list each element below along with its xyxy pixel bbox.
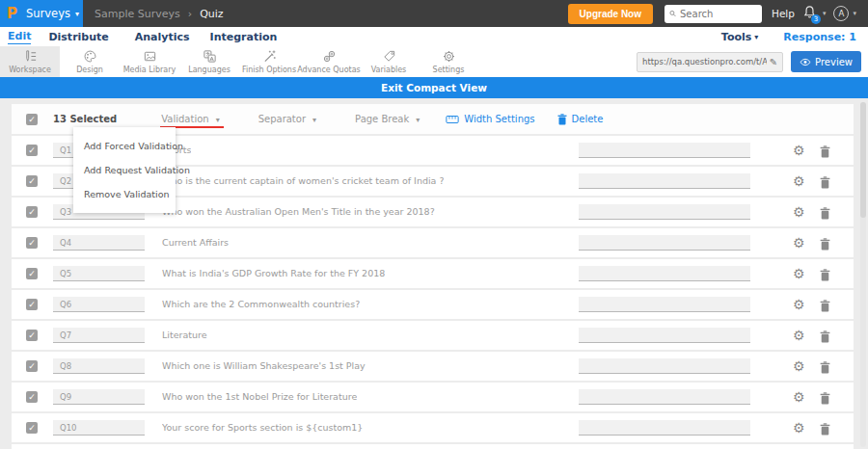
row-delete-trash-icon[interactable] [820, 205, 830, 224]
question-row: ✓ Which are the 2 Commonwealth countries… [12, 290, 854, 319]
chevron-down-icon[interactable]: ▾ [853, 10, 856, 17]
response-count-link[interactable]: Response: 1 [783, 31, 856, 43]
avatar[interactable]: A [833, 6, 849, 21]
tool-tab-design[interactable]: Design [60, 46, 120, 77]
tab-edit[interactable]: Edit [8, 30, 31, 44]
answer-input[interactable] [579, 173, 750, 189]
width-settings-button[interactable]: Width Settings [446, 114, 534, 124]
answer-input[interactable] [579, 389, 750, 405]
notifications-button[interactable]: 3 [802, 5, 819, 22]
question-code-input[interactable] [53, 389, 145, 405]
question-code-input[interactable] [53, 297, 145, 312]
row-checkbox[interactable]: ✓ [26, 175, 38, 187]
row-checkbox[interactable]: ✓ [26, 360, 38, 372]
media-library-icon [143, 49, 157, 64]
tools-menu[interactable]: Tools [721, 31, 751, 43]
toolbar-spacer [478, 46, 637, 77]
question-code-input[interactable] [53, 328, 145, 343]
row-settings-gear-icon[interactable]: ⚙ [793, 172, 805, 191]
row-settings-gear-icon[interactable]: ⚙ [793, 202, 805, 222]
survey-url-input[interactable] [642, 57, 767, 66]
tab-distribute[interactable]: Distribute [48, 31, 108, 43]
row-settings-gear-icon[interactable]: ⚙ [793, 418, 805, 437]
search-input[interactable] [680, 9, 757, 19]
vertical-scrollbar[interactable] [860, 102, 866, 447]
preview-button[interactable]: Preview [791, 51, 861, 72]
row-settings-gear-icon[interactable]: ⚙ [793, 326, 805, 345]
scrollbar-thumb[interactable] [860, 102, 866, 218]
row-delete-trash-icon[interactable] [820, 390, 830, 409]
answer-input[interactable] [579, 204, 750, 220]
tool-tab-workspace[interactable]: Workspace [0, 46, 60, 77]
tab-integration[interactable]: Integration [210, 31, 278, 43]
tool-tab-advance-quotas[interactable]: Advance Quotas [299, 46, 359, 77]
row-settings-gear-icon[interactable]: ⚙ [793, 264, 805, 283]
row-delete-trash-icon[interactable] [820, 174, 830, 193]
question-code-input[interactable] [53, 266, 145, 281]
question-text: Current Affairs [162, 237, 229, 248]
row-delete-trash-icon[interactable] [820, 329, 830, 347]
question-text: Your score for Sports section is ${custo… [162, 422, 363, 433]
tab-analytics[interactable]: Analytics [135, 31, 190, 43]
row-checkbox[interactable]: ✓ [26, 237, 38, 249]
tool-tab-finish-options[interactable]: Finish Options [239, 46, 299, 77]
row-checkbox[interactable]: ✓ [26, 422, 38, 434]
menu-item-add-forced-validation[interactable]: Add Forced Validation [73, 134, 176, 158]
workspace-icon [23, 49, 38, 64]
tool-tab-media-library[interactable]: Media Library [120, 46, 179, 77]
row-checkbox[interactable]: ✓ [26, 391, 38, 403]
breadcrumb-parent[interactable]: Sample Surveys [95, 8, 180, 20]
tool-tab-variables[interactable]: Variables [359, 46, 419, 77]
search-box[interactable] [665, 5, 762, 23]
page-break-dropdown[interactable]: Page Break▾ [355, 114, 420, 124]
row-checkbox[interactable]: ✓ [26, 145, 38, 156]
menu-item-remove-validation[interactable]: Remove Validation [73, 182, 176, 206]
row-delete-trash-icon[interactable] [820, 421, 830, 439]
menu-item-add-request-validation[interactable]: Add Request Validation [73, 158, 176, 182]
tool-tab-languages[interactable]: Languages [179, 46, 239, 77]
tool-tab-settings[interactable]: Settings [419, 46, 478, 77]
help-link[interactable]: Help [772, 8, 795, 19]
row-checkbox[interactable]: ✓ [26, 330, 38, 341]
separator-dropdown[interactable]: Separator▾ [258, 114, 316, 124]
row-delete-trash-icon[interactable] [820, 236, 830, 254]
answer-input[interactable] [579, 266, 750, 281]
bulk-delete-button[interactable]: Delete [557, 114, 604, 125]
validation-dropdown[interactable]: Validation▾ [161, 114, 219, 124]
question-text: Literature [162, 330, 207, 340]
row-settings-gear-icon[interactable]: ⚙ [793, 357, 805, 376]
answer-input[interactable] [579, 420, 750, 436]
question-code-input[interactable] [53, 420, 145, 436]
row-delete-trash-icon[interactable] [820, 298, 830, 316]
row-settings-gear-icon[interactable]: ⚙ [793, 141, 805, 160]
upgrade-now-button[interactable]: Upgrade Now [568, 4, 653, 24]
answer-input[interactable] [579, 143, 750, 158]
question-code-input[interactable] [53, 235, 145, 251]
edit-url-icon[interactable]: ✎ [770, 57, 777, 67]
row-settings-gear-icon[interactable]: ⚙ [793, 295, 805, 314]
chevron-down-icon[interactable]: ▾ [823, 10, 827, 17]
row-delete-trash-icon[interactable] [820, 359, 830, 378]
question-row: ✓ What is India's GDP Growth Rate for th… [12, 259, 854, 288]
survey-url-box: ✎ [637, 52, 783, 72]
exit-compact-view-link[interactable]: Exit Compact View [381, 82, 487, 93]
row-checkbox[interactable]: ✓ [26, 268, 38, 279]
answer-input[interactable] [579, 297, 750, 312]
row-checkbox[interactable]: ✓ [26, 206, 38, 218]
answer-input[interactable] [579, 358, 750, 374]
surveys-menu-button[interactable]: P Surveys ▾ [0, 0, 83, 27]
trash-icon [557, 114, 567, 125]
top-header: P Surveys ▾ Sample Surveys › Quiz Upgrad… [0, 0, 868, 27]
chevron-down-icon: ▾ [312, 116, 316, 124]
row-delete-trash-icon[interactable] [820, 144, 830, 162]
row-checkbox[interactable]: ✓ [26, 299, 38, 310]
select-all-checkbox[interactable]: ✓ [26, 114, 38, 125]
question-list-area: ✓ 13 Selected Validation▾ Separator▾ Pag… [0, 98, 868, 449]
answer-input[interactable] [579, 328, 750, 343]
answer-input[interactable] [579, 235, 750, 251]
row-settings-gear-icon[interactable]: ⚙ [793, 233, 805, 252]
question-code-input[interactable] [53, 358, 145, 374]
row-delete-trash-icon[interactable] [820, 267, 830, 285]
row-settings-gear-icon[interactable]: ⚙ [793, 387, 805, 407]
question-text: Who is the current captain of women's cr… [162, 175, 444, 186]
